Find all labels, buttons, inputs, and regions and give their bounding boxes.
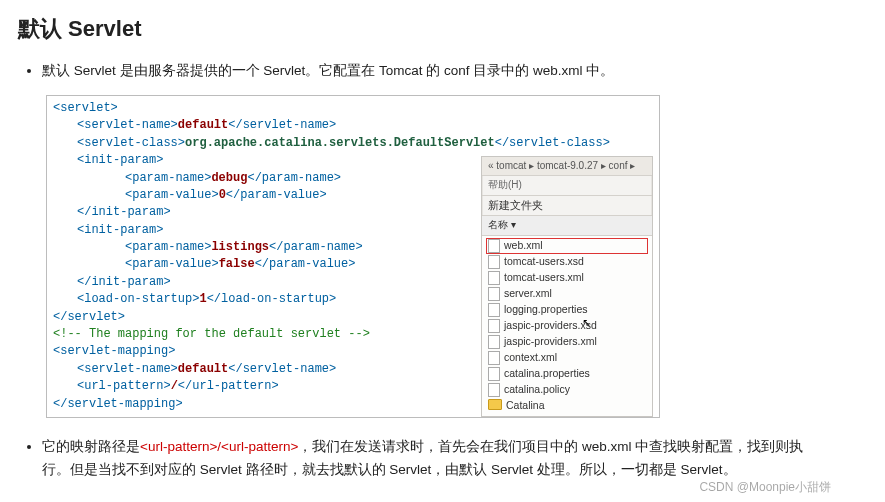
xml-tag: <servlet-name> [77,118,178,132]
file-name: tomcat-users.xml [504,271,584,284]
file-icon [488,287,500,301]
file-row[interactable]: tomcat-users.xsd [486,254,648,270]
xml-tag: <servlet-class> [77,136,185,150]
file-icon [488,319,500,333]
xml-tag: </param-name> [269,240,363,254]
fb-menu[interactable]: 帮助(H) [482,176,652,196]
file-icon [488,335,500,349]
file-row[interactable]: logging.properties [486,302,648,318]
fb-action-new[interactable]: 新建文件夹 [482,196,652,216]
bullet-list-2: 它的映射路径是<url-pattern>/<url-pattern>，我们在发送… [18,436,831,482]
xml-text: default [178,118,228,132]
bullet-2: 它的映射路径是<url-pattern>/<url-pattern>，我们在发送… [42,436,831,482]
file-row[interactable]: jaspic-providers.xsd [486,318,648,334]
page-title: 默认 Servlet [18,14,831,44]
file-icon [488,303,500,317]
xml-tag: </load-on-startup> [207,292,337,306]
xml-tag: <init-param> [77,223,163,237]
file-icon [488,351,500,365]
bullet-list: 默认 Servlet 是由服务器提供的一个 Servlet。它配置在 Tomca… [18,60,831,83]
file-name: server.xml [504,287,552,300]
file-name: logging.properties [504,303,587,316]
file-name: catalina.policy [504,383,570,396]
bullet-2-pre: 它的映射路径是 [42,439,140,454]
xml-tag: <param-name> [125,240,211,254]
file-row[interactable]: web.xml [486,238,648,254]
file-icon [488,367,500,381]
xml-text: 0 [219,188,226,202]
xml-tag: <init-param> [77,153,163,167]
xml-tag: </servlet-mapping> [53,397,183,411]
xml-tag: </servlet> [53,310,125,324]
folder-icon [488,399,502,410]
xml-tag: </init-param> [77,275,171,289]
xml-tag: <url-pattern> [77,379,171,393]
xml-text: listings [211,240,269,254]
xml-text: debug [211,171,247,185]
xml-tag: </param-name> [247,171,341,185]
xml-tag: </init-param> [77,205,171,219]
file-row[interactable]: jaspic-providers.xml [486,334,648,350]
xml-tag: <param-value> [125,257,219,271]
fb-colhead[interactable]: 名称 ▾ [482,216,652,236]
inline-code: <url-pattern>/<url-pattern> [140,439,298,454]
file-row[interactable]: catalina.properties [486,366,648,382]
file-row[interactable]: context.xml [486,350,648,366]
file-row[interactable]: server.xml [486,286,648,302]
xml-tag: <param-name> [125,171,211,185]
file-row[interactable]: Catalina [486,398,648,413]
xml-tag: </url-pattern> [178,379,279,393]
file-name: context.xml [504,351,557,364]
xml-tag: </param-value> [226,188,327,202]
file-icon [488,239,500,253]
xml-text: org.apache.catalina.servlets.DefaultServ… [185,136,495,150]
xml-text: 1 [199,292,206,306]
bullet-1: 默认 Servlet 是由服务器提供的一个 Servlet。它配置在 Tomca… [42,60,831,83]
xml-text: false [219,257,255,271]
file-name: web.xml [504,239,543,252]
file-row[interactable]: tomcat-users.xml [486,270,648,286]
file-name: jaspic-providers.xsd [504,319,597,332]
xml-tag: </param-value> [255,257,356,271]
file-name: tomcat-users.xsd [504,255,584,268]
file-row[interactable]: catalina.policy [486,382,648,398]
file-icon [488,255,500,269]
fb-list: web.xmltomcat-users.xsdtomcat-users.xmls… [482,236,652,417]
xml-tag: <servlet-mapping> [53,344,175,358]
xml-tag: <load-on-startup> [77,292,199,306]
xml-tag: <servlet-name> [77,362,178,376]
file-name: Catalina [506,399,545,412]
xml-tag: <servlet> [53,101,118,115]
xml-comment: <!-- The mapping for the default servlet… [53,327,370,341]
xml-tag: </servlet-class> [495,136,610,150]
fb-path: « tomcat ▸ tomcat-9.0.27 ▸ conf ▸ [482,157,652,177]
xml-code-block: <servlet> <servlet-name>default</servlet… [46,95,660,418]
xml-tag: <param-value> [125,188,219,202]
file-name: catalina.properties [504,367,590,380]
file-icon [488,271,500,285]
xml-text: default [178,362,228,376]
watermark: CSDN @Moonpie小甜饼 [699,479,831,496]
file-browser: « tomcat ▸ tomcat-9.0.27 ▸ conf ▸ 帮助(H) … [481,156,653,417]
file-icon [488,383,500,397]
xml-text: / [171,379,178,393]
xml-tag: </servlet-name> [228,362,336,376]
file-name: jaspic-providers.xml [504,335,597,348]
xml-tag: </servlet-name> [228,118,336,132]
